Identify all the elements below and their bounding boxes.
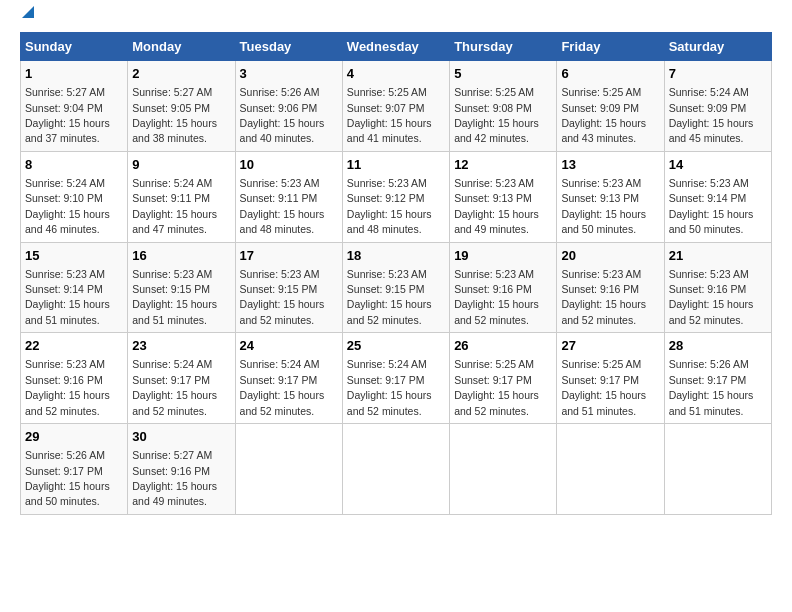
header-day-tuesday: Tuesday xyxy=(235,33,342,61)
cell-daylight: Daylight: 15 hours and 42 minutes. xyxy=(454,117,539,144)
cell-daylight: Daylight: 15 hours and 52 minutes. xyxy=(454,389,539,416)
cell-sunset: Sunset: 9:16 PM xyxy=(454,283,532,295)
day-cell: 7 Sunrise: 5:24 AM Sunset: 9:09 PM Dayli… xyxy=(664,61,771,152)
day-cell: 9 Sunrise: 5:24 AM Sunset: 9:11 PM Dayli… xyxy=(128,151,235,242)
day-number: 21 xyxy=(669,247,767,265)
cell-sunset: Sunset: 9:15 PM xyxy=(347,283,425,295)
cell-sunset: Sunset: 9:10 PM xyxy=(25,192,103,204)
cell-sunrise: Sunrise: 5:24 AM xyxy=(132,358,212,370)
cell-sunrise: Sunrise: 5:24 AM xyxy=(347,358,427,370)
cell-daylight: Daylight: 15 hours and 52 minutes. xyxy=(25,389,110,416)
cell-sunrise: Sunrise: 5:25 AM xyxy=(561,86,641,98)
day-number: 7 xyxy=(669,65,767,83)
cell-sunrise: Sunrise: 5:25 AM xyxy=(561,358,641,370)
cell-daylight: Daylight: 15 hours and 38 minutes. xyxy=(132,117,217,144)
cell-sunset: Sunset: 9:16 PM xyxy=(132,465,210,477)
cell-sunset: Sunset: 9:14 PM xyxy=(669,192,747,204)
day-number: 2 xyxy=(132,65,230,83)
cell-sunset: Sunset: 9:17 PM xyxy=(132,374,210,386)
day-number: 27 xyxy=(561,337,659,355)
day-cell: 24 Sunrise: 5:24 AM Sunset: 9:17 PM Dayl… xyxy=(235,333,342,424)
day-number: 22 xyxy=(25,337,123,355)
week-row-5: 29 Sunrise: 5:26 AM Sunset: 9:17 PM Dayl… xyxy=(21,424,772,515)
cell-sunrise: Sunrise: 5:27 AM xyxy=(25,86,105,98)
cell-sunset: Sunset: 9:16 PM xyxy=(25,374,103,386)
cell-daylight: Daylight: 15 hours and 52 minutes. xyxy=(240,298,325,325)
day-cell: 29 Sunrise: 5:26 AM Sunset: 9:17 PM Dayl… xyxy=(21,424,128,515)
header-row: SundayMondayTuesdayWednesdayThursdayFrid… xyxy=(21,33,772,61)
day-cell xyxy=(557,424,664,515)
cell-daylight: Daylight: 15 hours and 37 minutes. xyxy=(25,117,110,144)
cell-sunset: Sunset: 9:09 PM xyxy=(669,102,747,114)
day-number: 4 xyxy=(347,65,445,83)
day-number: 9 xyxy=(132,156,230,174)
day-cell: 18 Sunrise: 5:23 AM Sunset: 9:15 PM Dayl… xyxy=(342,242,449,333)
day-cell: 15 Sunrise: 5:23 AM Sunset: 9:14 PM Dayl… xyxy=(21,242,128,333)
cell-sunrise: Sunrise: 5:23 AM xyxy=(347,177,427,189)
day-cell xyxy=(664,424,771,515)
cell-sunrise: Sunrise: 5:26 AM xyxy=(25,449,105,461)
cell-sunrise: Sunrise: 5:23 AM xyxy=(240,268,320,280)
day-number: 6 xyxy=(561,65,659,83)
logo xyxy=(20,20,34,22)
header-day-monday: Monday xyxy=(128,33,235,61)
cell-sunset: Sunset: 9:13 PM xyxy=(561,192,639,204)
cell-sunrise: Sunrise: 5:24 AM xyxy=(25,177,105,189)
cell-daylight: Daylight: 15 hours and 51 minutes. xyxy=(132,298,217,325)
day-cell: 1 Sunrise: 5:27 AM Sunset: 9:04 PM Dayli… xyxy=(21,61,128,152)
day-number: 24 xyxy=(240,337,338,355)
day-number: 16 xyxy=(132,247,230,265)
cell-daylight: Daylight: 15 hours and 51 minutes. xyxy=(669,389,754,416)
day-cell: 16 Sunrise: 5:23 AM Sunset: 9:15 PM Dayl… xyxy=(128,242,235,333)
week-row-3: 15 Sunrise: 5:23 AM Sunset: 9:14 PM Dayl… xyxy=(21,242,772,333)
day-number: 19 xyxy=(454,247,552,265)
cell-sunset: Sunset: 9:09 PM xyxy=(561,102,639,114)
day-cell: 17 Sunrise: 5:23 AM Sunset: 9:15 PM Dayl… xyxy=(235,242,342,333)
cell-sunrise: Sunrise: 5:25 AM xyxy=(347,86,427,98)
cell-daylight: Daylight: 15 hours and 49 minutes. xyxy=(454,208,539,235)
day-cell: 27 Sunrise: 5:25 AM Sunset: 9:17 PM Dayl… xyxy=(557,333,664,424)
cell-daylight: Daylight: 15 hours and 50 minutes. xyxy=(669,208,754,235)
cell-sunrise: Sunrise: 5:23 AM xyxy=(132,268,212,280)
cell-sunrise: Sunrise: 5:23 AM xyxy=(347,268,427,280)
day-number: 13 xyxy=(561,156,659,174)
calendar-table: SundayMondayTuesdayWednesdayThursdayFrid… xyxy=(20,32,772,515)
week-row-2: 8 Sunrise: 5:24 AM Sunset: 9:10 PM Dayli… xyxy=(21,151,772,242)
day-cell: 21 Sunrise: 5:23 AM Sunset: 9:16 PM Dayl… xyxy=(664,242,771,333)
day-cell: 26 Sunrise: 5:25 AM Sunset: 9:17 PM Dayl… xyxy=(450,333,557,424)
day-cell: 13 Sunrise: 5:23 AM Sunset: 9:13 PM Dayl… xyxy=(557,151,664,242)
day-number: 15 xyxy=(25,247,123,265)
cell-sunrise: Sunrise: 5:26 AM xyxy=(240,86,320,98)
cell-daylight: Daylight: 15 hours and 40 minutes. xyxy=(240,117,325,144)
cell-daylight: Daylight: 15 hours and 43 minutes. xyxy=(561,117,646,144)
day-number: 1 xyxy=(25,65,123,83)
day-number: 29 xyxy=(25,428,123,446)
day-number: 17 xyxy=(240,247,338,265)
day-number: 5 xyxy=(454,65,552,83)
day-number: 8 xyxy=(25,156,123,174)
day-cell: 19 Sunrise: 5:23 AM Sunset: 9:16 PM Dayl… xyxy=(450,242,557,333)
day-number: 26 xyxy=(454,337,552,355)
cell-daylight: Daylight: 15 hours and 51 minutes. xyxy=(25,298,110,325)
day-number: 20 xyxy=(561,247,659,265)
cell-daylight: Daylight: 15 hours and 52 minutes. xyxy=(669,298,754,325)
cell-sunrise: Sunrise: 5:24 AM xyxy=(669,86,749,98)
day-cell: 4 Sunrise: 5:25 AM Sunset: 9:07 PM Dayli… xyxy=(342,61,449,152)
cell-sunset: Sunset: 9:15 PM xyxy=(132,283,210,295)
cell-sunrise: Sunrise: 5:25 AM xyxy=(454,358,534,370)
header xyxy=(20,20,772,22)
cell-sunset: Sunset: 9:11 PM xyxy=(240,192,318,204)
cell-sunset: Sunset: 9:17 PM xyxy=(25,465,103,477)
cell-sunrise: Sunrise: 5:24 AM xyxy=(132,177,212,189)
cell-sunset: Sunset: 9:08 PM xyxy=(454,102,532,114)
cell-sunrise: Sunrise: 5:24 AM xyxy=(240,358,320,370)
cell-daylight: Daylight: 15 hours and 52 minutes. xyxy=(240,389,325,416)
day-number: 3 xyxy=(240,65,338,83)
day-number: 12 xyxy=(454,156,552,174)
cell-daylight: Daylight: 15 hours and 48 minutes. xyxy=(240,208,325,235)
cell-daylight: Daylight: 15 hours and 51 minutes. xyxy=(561,389,646,416)
cell-sunrise: Sunrise: 5:23 AM xyxy=(240,177,320,189)
cell-sunrise: Sunrise: 5:26 AM xyxy=(669,358,749,370)
cell-sunset: Sunset: 9:15 PM xyxy=(240,283,318,295)
day-cell xyxy=(342,424,449,515)
